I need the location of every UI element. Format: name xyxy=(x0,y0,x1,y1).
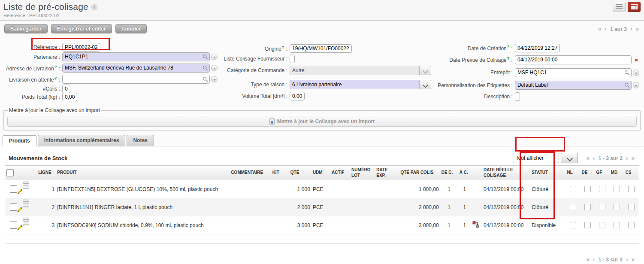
prev-page-icon[interactable]: ‹ xyxy=(592,155,596,161)
flag-nl-checkbox[interactable] xyxy=(570,186,576,192)
last-record-icon[interactable]: » xyxy=(635,25,640,32)
tab-notes[interactable]: Notes xyxy=(127,135,154,146)
section-title: Mouvements de Stock xyxy=(9,155,67,161)
warehouse-dropdown-icon[interactable] xyxy=(633,70,639,76)
form-view-button[interactable] xyxy=(628,2,641,12)
origin-field: 19/HQ/MW101/FO00022 xyxy=(290,44,352,53)
column-header-commentaire[interactable]: COMMENTAIRE xyxy=(230,166,271,180)
split-line-icon[interactable] xyxy=(471,216,482,234)
column-header-produit[interactable]: PRODUIT xyxy=(56,166,230,180)
description-field[interactable] xyxy=(515,92,520,101)
tab-produits[interactable]: Produits xyxy=(3,135,36,146)
partner-dropdown-icon[interactable] xyxy=(211,54,218,60)
search-icon[interactable] xyxy=(203,65,208,72)
flag-gf-checkbox[interactable] xyxy=(599,222,605,228)
column-header-qte[interactable]: QTÉ xyxy=(289,166,311,180)
search-icon[interactable] xyxy=(203,76,208,83)
next-page-icon[interactable]: › xyxy=(625,155,629,161)
column-header-cs[interactable]: CS xyxy=(624,166,639,180)
column-header-de-c[interactable]: DE C. xyxy=(440,166,458,180)
partner-field[interactable]: HQ1C1P1 xyxy=(62,52,210,61)
column-header-udm[interactable]: UDM xyxy=(311,166,330,180)
tab-bar: Produits Informations complémentaires No… xyxy=(3,135,644,146)
column-header-actif[interactable]: ACTIF xyxy=(330,166,350,180)
search-icon[interactable] xyxy=(624,82,630,89)
flag-cs-checkbox[interactable] xyxy=(628,222,635,228)
pending-delivery-field[interactable] xyxy=(62,75,210,84)
flag-md-checkbox[interactable] xyxy=(614,204,620,210)
column-header-numero-lot[interactable]: NUMÉRO LOT xyxy=(350,166,375,180)
flag-de-checkbox[interactable] xyxy=(584,186,591,192)
last-page-icon[interactable]: » xyxy=(630,256,635,263)
total-weight-field[interactable]: 0,00 xyxy=(62,93,77,101)
tab-informations-complementaires[interactable]: Informations complémentaires xyxy=(38,135,126,146)
planned-packing-date-field[interactable]: 04/12/2019 00:00 xyxy=(515,55,632,64)
search-icon[interactable] xyxy=(203,54,208,61)
cell-exp-date xyxy=(375,216,399,234)
chevron-down-icon[interactable] xyxy=(419,80,431,89)
search-icon[interactable] xyxy=(624,70,630,77)
reason-type-select[interactable]: 6 Livraison partenaire xyxy=(290,80,431,89)
select-all-checkbox[interactable] xyxy=(6,169,14,176)
import-update-button[interactable]: Mettre à jour le Colisage avec un import xyxy=(7,116,637,127)
supplier-packing-list-field[interactable] xyxy=(290,55,295,63)
row-checkbox[interactable] xyxy=(10,222,17,229)
display-filter-field[interactable]: Tout afficher xyxy=(513,153,559,163)
list-view-button[interactable] xyxy=(613,2,626,12)
display-filter-dropdown-icon[interactable] xyxy=(561,153,578,163)
row-checkbox[interactable] xyxy=(10,185,17,193)
column-header-qte-par-colis[interactable]: QTÉ PAR COLIS xyxy=(399,166,440,180)
save-edit-button[interactable]: Enregistrer et éditer xyxy=(51,24,112,33)
column-header-de[interactable]: DE xyxy=(581,166,595,180)
save-button[interactable]: Sauvegarder xyxy=(4,24,48,33)
column-header-date-reelle[interactable]: DATE RÉELLE COLISAGE xyxy=(482,166,530,180)
creation-date-label: Date de Création? : xyxy=(433,44,515,52)
flag-gf-checkbox[interactable] xyxy=(599,186,605,192)
next-record-icon[interactable]: › xyxy=(629,25,633,32)
prev-record-icon[interactable]: ‹ xyxy=(604,25,608,32)
column-header-ligne[interactable]: LIGNE xyxy=(37,166,56,180)
column-header-nl[interactable]: NL xyxy=(565,166,580,180)
first-page-icon[interactable]: « xyxy=(586,155,591,161)
flag-de-checkbox[interactable] xyxy=(584,204,591,210)
column-header-statut[interactable]: STATUT xyxy=(530,166,565,180)
import-fieldset-legend: Mettre à jour le Colisage avec un import xyxy=(8,107,101,113)
flag-md-checkbox[interactable] xyxy=(614,222,620,228)
last-page-icon[interactable]: » xyxy=(630,155,635,161)
flag-cs-checkbox[interactable] xyxy=(628,204,635,210)
flag-md-checkbox[interactable] xyxy=(614,186,620,192)
flag-nl-checkbox[interactable] xyxy=(570,204,576,210)
reference-field[interactable]: PPL/00022-02 xyxy=(62,43,100,52)
column-header-md[interactable]: MD xyxy=(610,166,624,180)
warehouse-field[interactable]: MSF HQ1C1 xyxy=(515,68,632,77)
column-header-date-exp[interactable]: DATE EXP. xyxy=(375,166,399,180)
title-help-icon[interactable]: ? xyxy=(91,4,97,10)
cell-uom: PCE xyxy=(311,180,330,198)
label-customization-field[interactable]: Default Label xyxy=(515,81,632,90)
pending-delivery-dropdown-icon[interactable] xyxy=(211,76,218,82)
row-checkbox[interactable] xyxy=(10,203,17,211)
column-header-kit[interactable]: KIT xyxy=(271,166,289,180)
flag-cs-checkbox[interactable] xyxy=(628,186,635,192)
label-customization-dropdown-icon[interactable] xyxy=(633,82,639,88)
calendar-icon[interactable] xyxy=(633,57,639,63)
cancel-button[interactable]: Annuler xyxy=(115,24,147,33)
flag-nl-checkbox[interactable] xyxy=(570,222,576,228)
flag-gf-checkbox[interactable] xyxy=(599,204,605,210)
delivery-address-field[interactable]: MSF, Switzerland Geneva Rue de Lausanne … xyxy=(62,64,210,73)
next-page-icon[interactable]: › xyxy=(625,256,629,263)
column-header-a-c[interactable]: À C. xyxy=(458,166,471,180)
flag-de-checkbox[interactable] xyxy=(584,222,591,228)
parcels-label: #Colis : xyxy=(3,86,62,92)
table-row[interactable]: 3 [DINFSODC9N0] SODIUM chloride, 0.9%, 1… xyxy=(5,216,639,234)
table-row[interactable]: 1 [DINFDEXT1N5] DEXTROSE (GLUCOSE) 10%, … xyxy=(5,180,639,198)
first-page-icon[interactable]: « xyxy=(586,256,591,263)
prev-page-icon[interactable]: ‹ xyxy=(592,256,596,263)
delivery-address-dropdown-icon[interactable] xyxy=(211,65,218,71)
total-volume-field[interactable]: 0,00 xyxy=(290,92,305,100)
table-row[interactable]: 2 [DINFRINL1N1] RINGER lactate, 1 l, pla… xyxy=(5,198,639,216)
first-record-icon[interactable]: « xyxy=(597,25,602,32)
cell-product: [DINFRINL1N1] RINGER lactate, 1 l, plast… xyxy=(56,198,230,216)
parcels-field[interactable]: 0 xyxy=(62,85,70,93)
column-header-gf[interactable]: GF xyxy=(595,166,610,180)
